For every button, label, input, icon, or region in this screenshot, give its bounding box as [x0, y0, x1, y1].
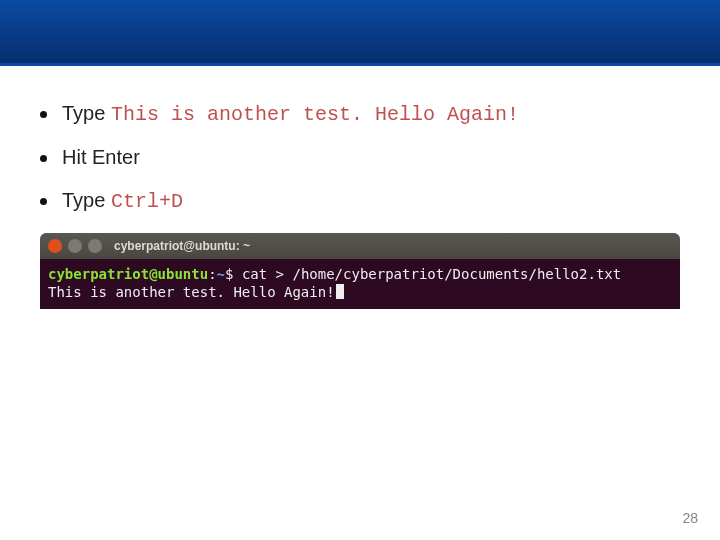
close-icon [48, 239, 62, 253]
terminal-command: cat > /home/cyberpatriot/Documents/hello… [242, 266, 621, 282]
terminal-window: cyberpatriot@ubuntu: ~ cyberpatriot@ubun… [40, 233, 680, 309]
terminal-typed-text: This is another test. Hello Again! [48, 284, 335, 300]
bullet-text: Type [62, 102, 111, 124]
bullet-code: Ctrl+D [111, 190, 183, 213]
terminal-titlebar: cyberpatriot@ubuntu: ~ [40, 233, 680, 259]
header-band [0, 0, 720, 66]
maximize-icon [88, 239, 102, 253]
slide: 3. Add Text to Document Type This is ano… [0, 0, 720, 540]
bullet-code: This is another test. Hello Again! [111, 103, 519, 126]
bullet-text: Type [62, 189, 111, 211]
minimize-icon [68, 239, 82, 253]
bullet-icon [40, 155, 47, 162]
bullet-item: Type This is another test. Hello Again! [40, 102, 680, 126]
terminal-prompt-user: cyberpatriot@ubuntu [48, 266, 208, 282]
bullet-icon [40, 111, 47, 118]
terminal-prompt-sep: : [208, 266, 216, 282]
terminal-body: cyberpatriot@ubuntu:~$ cat > /home/cyber… [40, 259, 680, 309]
terminal-line: cyberpatriot@ubuntu:~$ cat > /home/cyber… [48, 265, 672, 283]
bullet-text: Hit Enter [62, 146, 140, 168]
terminal-prompt-path: ~ [217, 266, 225, 282]
bullet-item: Type Ctrl+D [40, 189, 680, 213]
bullet-icon [40, 198, 47, 205]
page-number: 28 [682, 510, 698, 526]
bullet-list: Type This is another test. Hello Again! … [40, 102, 680, 213]
content-area: Type This is another test. Hello Again! … [0, 66, 720, 213]
terminal-title: cyberpatriot@ubuntu: ~ [114, 239, 250, 253]
bullet-item: Hit Enter [40, 146, 680, 169]
cursor-icon [336, 284, 344, 299]
terminal-prompt-dollar: $ [225, 266, 242, 282]
terminal-line: This is another test. Hello Again! [48, 283, 672, 301]
